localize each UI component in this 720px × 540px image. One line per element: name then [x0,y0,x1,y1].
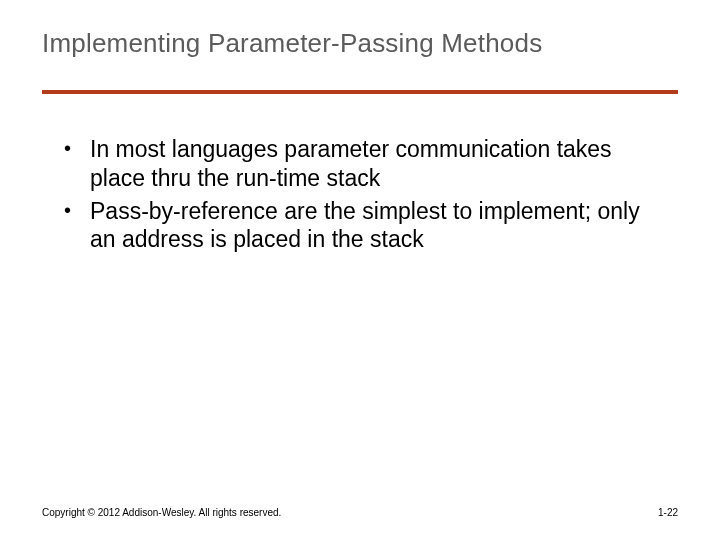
slide-title: Implementing Parameter-Passing Methods [42,28,678,59]
bullet-list: In most languages parameter communicatio… [60,135,660,254]
footer-page-number: 1-22 [658,507,678,518]
bullet-item: Pass-by-reference are the simplest to im… [60,197,660,255]
bullet-item: In most languages parameter communicatio… [60,135,660,193]
slide-body: In most languages parameter communicatio… [60,135,660,258]
footer-copyright: Copyright © 2012 Addison-Wesley. All rig… [42,507,281,518]
horizontal-rule [42,90,678,94]
slide: Implementing Parameter-Passing Methods I… [0,0,720,540]
